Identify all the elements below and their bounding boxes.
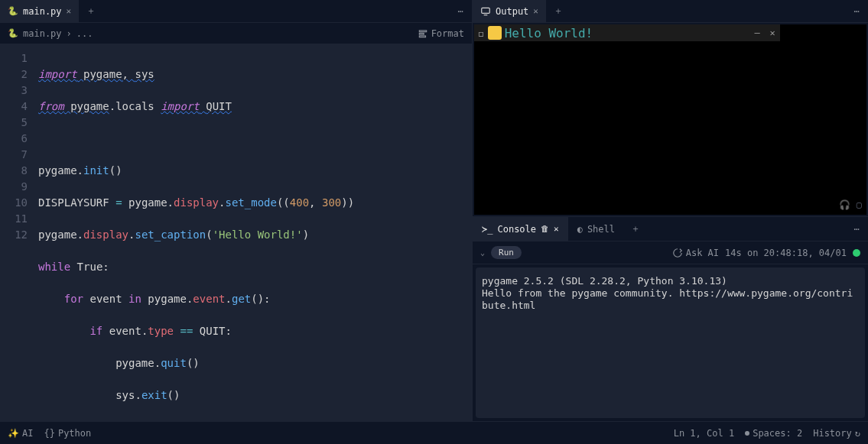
editor-tab-label: main.py — [23, 6, 62, 17]
line-number: 9 — [0, 179, 28, 195]
right-pane: Output ✕ ＋ ⋯ ▫ Hello World! — ✕ — [473, 0, 868, 421]
close-icon[interactable]: ✕ — [765, 24, 780, 41]
history-icon: ↻ — [855, 428, 860, 439]
python-file-icon: 🐍 — [8, 28, 18, 38]
language-button[interactable]: {} Python — [44, 428, 91, 439]
brackets-icon: {} — [44, 428, 54, 439]
output-tab[interactable]: Output ✕ — [473, 0, 547, 22]
line-number: 12 — [0, 227, 28, 243]
output-pane: Output ✕ ＋ ⋯ ▫ Hello World! — ✕ — [473, 0, 868, 217]
output-tabbar: Output ✕ ＋ ⋯ — [473, 0, 868, 23]
fullscreen-icon[interactable]: ▢ — [857, 199, 862, 210]
format-icon — [418, 28, 428, 39]
line-number: 10 — [0, 195, 28, 211]
cursor-position[interactable]: Ln 1, Col 1 — [674, 428, 734, 439]
ai-icon — [672, 248, 683, 258]
format-label: Format — [431, 28, 464, 39]
chevron-down-icon[interactable]: ⌄ — [480, 248, 485, 257]
tab-overflow-button[interactable]: ⋯ — [845, 217, 868, 241]
output-canvas[interactable]: ▫ Hello World! — ✕ 🎧 ▢ — [474, 24, 866, 215]
line-number: 4 — [0, 99, 28, 115]
breadcrumb-separator: › — [67, 28, 72, 39]
output-tab-label: Output — [496, 6, 528, 17]
close-icon[interactable]: ✕ — [67, 6, 72, 16]
window-system-icon: ▫ — [477, 26, 485, 41]
breadcrumb-file[interactable]: main.py — [23, 28, 62, 39]
code-body[interactable]: import pygame, sys from pygame.locals im… — [32, 44, 354, 421]
terminal-icon: ≻_ — [482, 224, 493, 235]
python-file-icon: 🐍 — [8, 6, 18, 16]
line-number: 3 — [0, 83, 28, 99]
run-timing: 14s on 20:48:18, 04/01 — [725, 248, 847, 258]
line-gutter: 1 2 3 4 5 6 7 8 9 10 11 12 — [0, 44, 32, 421]
svg-rect-1 — [419, 33, 424, 34]
tab-overflow-button[interactable]: ⋯ — [845, 0, 868, 22]
status-bar: ✨ AI {} Python Ln 1, Col 1 Spaces: 2 His… — [0, 421, 868, 444]
minimize-icon[interactable]: — — [749, 24, 765, 41]
pygame-app-icon — [488, 26, 502, 40]
close-icon[interactable]: ✕ — [554, 224, 559, 234]
line-number: 6 — [0, 131, 28, 147]
console-tabbar: ≻_ Console 🗑 ✕ ◐ Shell ＋ ⋯ — [473, 217, 868, 241]
console-pane: ≻_ Console 🗑 ✕ ◐ Shell ＋ ⋯ ⌄ Run — [473, 217, 868, 421]
line-number: 7 — [0, 147, 28, 163]
editor-pane: 🐍 main.py ✕ ＋ ⋯ 🐍 main.py › ... Format — [0, 0, 473, 421]
line-number: 11 — [0, 211, 28, 227]
trash-icon[interactable]: 🗑 — [541, 224, 549, 234]
line-number: 5 — [0, 115, 28, 131]
ask-ai-label: Ask AI — [686, 248, 719, 258]
console-tab[interactable]: ≻_ Console 🗑 ✕ — [473, 217, 568, 241]
pygame-titlebar: ▫ Hello World! — ✕ — [474, 24, 780, 41]
pygame-title: Hello World! — [505, 26, 593, 41]
ask-ai-button[interactable]: Ask AI — [672, 248, 719, 258]
headphones-icon[interactable]: 🎧 — [839, 199, 850, 210]
console-tab-label: Console — [497, 224, 536, 235]
tab-overflow-button[interactable]: ⋯ — [449, 0, 472, 22]
svg-rect-3 — [482, 8, 490, 13]
add-tab-button[interactable]: ＋ — [80, 0, 102, 22]
line-number: 8 — [0, 163, 28, 179]
shell-icon: ◐ — [577, 224, 583, 235]
console-output[interactable]: pygame 2.5.2 (SDL 2.28.2, Python 3.10.13… — [476, 267, 865, 418]
status-indicator — [853, 249, 860, 257]
line-number: 1 — [0, 50, 28, 66]
add-tab-button[interactable]: ＋ — [624, 217, 647, 241]
svg-rect-0 — [419, 30, 426, 31]
monitor-icon — [480, 6, 491, 17]
history-button[interactable]: History ↻ — [813, 428, 860, 439]
run-bar: ⌄ Run Ask AI 14s on 20:48:18, 04/01 — [473, 241, 868, 264]
indentation-button[interactable]: Spaces: 2 — [745, 428, 802, 439]
ai-icon: ✨ — [8, 428, 19, 439]
breadcrumb-more[interactable]: ... — [76, 28, 93, 39]
line-number: 2 — [0, 66, 28, 83]
editor-tab-main-py[interactable]: 🐍 main.py ✕ — [0, 0, 80, 22]
ai-button[interactable]: ✨ AI — [8, 428, 33, 439]
dot-icon — [745, 431, 749, 436]
shell-tab[interactable]: ◐ Shell — [568, 217, 624, 241]
close-icon[interactable]: ✕ — [533, 6, 538, 16]
svg-rect-2 — [419, 35, 425, 37]
code-editor[interactable]: 1 2 3 4 5 6 7 8 9 10 11 12 import pygame… — [0, 44, 472, 421]
format-button[interactable]: Format — [418, 28, 464, 39]
breadcrumb: 🐍 main.py › ... Format — [0, 23, 472, 44]
shell-tab-label: Shell — [587, 224, 615, 235]
run-button[interactable]: Run — [491, 246, 522, 259]
add-tab-button[interactable]: ＋ — [547, 0, 570, 22]
editor-tabbar: 🐍 main.py ✕ ＋ ⋯ — [0, 0, 472, 23]
